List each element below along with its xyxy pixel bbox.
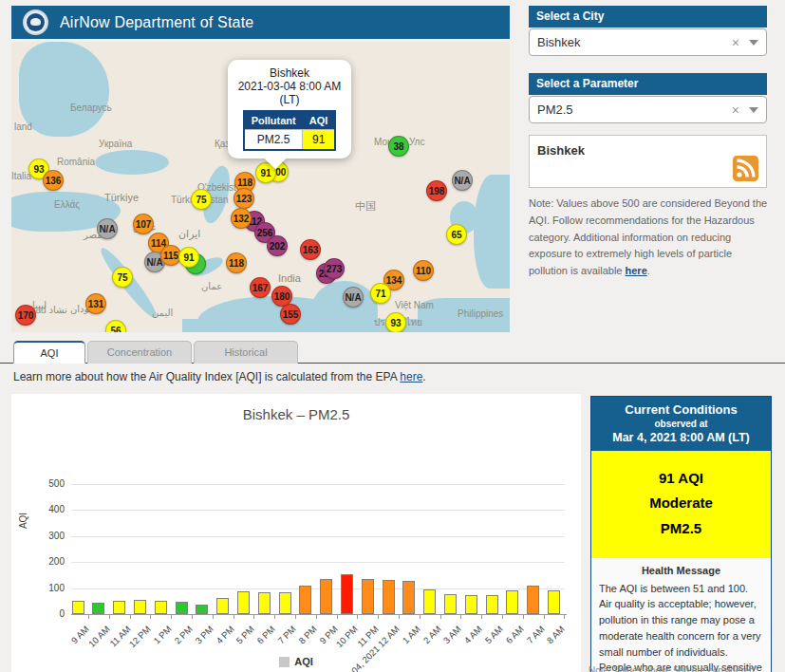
learn-more-body: Learn more about how the Air Quality Ind… bbox=[13, 370, 400, 383]
map-place-label: India bbox=[278, 272, 301, 284]
feed-box: Bishkek bbox=[529, 135, 767, 188]
x-tick bbox=[295, 615, 296, 619]
cc-aqi-box: 91 AQI Moderate PM2.5 bbox=[591, 451, 771, 558]
y-tick-label: 100 bbox=[17, 583, 65, 593]
x-tick bbox=[213, 615, 214, 619]
aqi-map[interactable]: landБеларусьУкраїнаҚазаRomâniaItaliaTürk… bbox=[11, 42, 510, 332]
y-tick-label: 300 bbox=[17, 531, 65, 541]
x-tick bbox=[378, 615, 379, 619]
parameter-select-value: PM2.5 bbox=[537, 103, 732, 117]
note-period: . bbox=[647, 265, 650, 276]
state-department-seal-icon bbox=[23, 9, 48, 35]
water-east-china-sea bbox=[474, 175, 510, 289]
chevron-down-icon[interactable] bbox=[749, 40, 758, 46]
y-tick-label: 400 bbox=[17, 504, 65, 514]
popup-city: Bishkek bbox=[234, 66, 346, 80]
note-here-link[interactable]: here bbox=[626, 265, 647, 276]
map-marker-aqi[interactable]: 202 bbox=[267, 235, 288, 256]
x-tick bbox=[109, 615, 110, 619]
clipped-note-text: Note: Values above 500 are considered Be… bbox=[589, 665, 778, 672]
map-popup: Bishkek 2021-03-04 8:00 AM (LT) Pollutan… bbox=[228, 60, 351, 159]
map-marker-aqi[interactable]: 123 bbox=[234, 188, 254, 209]
map-marker-aqi[interactable]: N/A bbox=[452, 170, 473, 191]
aqi-bar-4-pm bbox=[216, 598, 229, 614]
city-select[interactable]: Bishkek × bbox=[529, 28, 767, 56]
parameter-select[interactable]: PM2.5 × bbox=[529, 96, 767, 123]
clear-parameter-icon[interactable]: × bbox=[732, 103, 739, 118]
map-marker-aqi[interactable]: 75 bbox=[191, 189, 212, 210]
chevron-down-icon[interactable] bbox=[749, 107, 758, 113]
popup-col-pollutant: Pollutant bbox=[244, 111, 303, 130]
map-marker-aqi[interactable]: N/A bbox=[97, 218, 118, 239]
map-marker-aqi[interactable]: 155 bbox=[280, 304, 301, 325]
x-tick bbox=[399, 615, 400, 619]
x-tick bbox=[460, 615, 461, 619]
popup-aqi-value: 91 bbox=[303, 130, 336, 151]
learn-more-period: . bbox=[422, 370, 425, 383]
map-marker-aqi[interactable]: 56 bbox=[105, 320, 126, 332]
gridline bbox=[71, 510, 565, 511]
map-marker-aqi[interactable]: 132 bbox=[231, 208, 252, 229]
select-city-header: Select a City bbox=[529, 6, 767, 28]
x-tick bbox=[337, 615, 338, 619]
x-axis-line bbox=[71, 614, 567, 615]
map-marker-aqi[interactable]: 107 bbox=[133, 214, 154, 234]
legend-swatch bbox=[279, 657, 290, 667]
map-marker-aqi[interactable]: 65 bbox=[446, 224, 467, 245]
popup-datetime: 2021-03-04 8:00 AM bbox=[234, 80, 346, 93]
map-marker-aqi[interactable]: 118 bbox=[226, 252, 247, 273]
legend-label: AQI bbox=[294, 656, 313, 667]
cc-health-section: Health Message The AQI is between 51 and… bbox=[591, 558, 771, 672]
beyond-aqi-note: Note: Values above 500 are considered Be… bbox=[529, 196, 771, 280]
rss-icon[interactable] bbox=[733, 156, 758, 181]
map-marker-aqi[interactable]: 163 bbox=[300, 239, 321, 260]
popup-timezone: (LT) bbox=[234, 93, 346, 106]
map-marker-aqi[interactable]: 93 bbox=[385, 312, 406, 332]
cc-aqi-value: 91 AQI bbox=[595, 466, 767, 491]
tab-historical[interactable]: Historical bbox=[194, 341, 298, 364]
map-marker-aqi[interactable]: 273 bbox=[324, 258, 345, 279]
aqi-bar-10-pm bbox=[341, 574, 353, 614]
aqi-bar-7-am bbox=[527, 586, 539, 614]
epa-here-link[interactable]: here bbox=[400, 370, 422, 383]
cc-category: Moderate bbox=[595, 491, 767, 515]
tab-concentration[interactable]: Concentration bbox=[87, 341, 192, 364]
cc-subtitle: observed at bbox=[595, 419, 767, 429]
aqi-bar-10-am bbox=[92, 603, 104, 614]
clear-city-icon[interactable]: × bbox=[732, 35, 739, 50]
map-place-label: Беларусь bbox=[70, 103, 112, 113]
map-marker-aqi[interactable]: 71 bbox=[370, 283, 391, 304]
aqi-bar-chart: Bishkek – PM2.5 AQI 0100200300400500 9 A… bbox=[11, 394, 581, 672]
aqi-bar-2-am bbox=[423, 589, 436, 614]
aqi-bar-11-am bbox=[113, 601, 125, 614]
gridline bbox=[71, 484, 565, 485]
y-tick-label: 200 bbox=[17, 556, 65, 567]
page: AirNow Department of State landБеларусьУ… bbox=[0, 0, 785, 672]
map-marker-aqi[interactable]: N/A bbox=[343, 287, 364, 308]
map-marker-aqi[interactable]: 131 bbox=[85, 293, 106, 314]
gridline bbox=[71, 588, 565, 589]
map-marker-aqi[interactable]: 75 bbox=[112, 267, 133, 288]
x-tick bbox=[150, 615, 151, 619]
map-marker-aqi[interactable]: 198 bbox=[426, 180, 447, 201]
map-place-label: Ελλάς bbox=[54, 199, 80, 210]
map-marker-aqi[interactable]: 167 bbox=[250, 277, 271, 298]
x-tick bbox=[171, 615, 172, 619]
map-place-label: اليمن bbox=[152, 308, 173, 318]
map-marker-aqi[interactable]: 136 bbox=[43, 170, 64, 191]
map-place-label: land bbox=[14, 121, 32, 132]
water-baltic bbox=[19, 42, 109, 137]
map-marker-aqi[interactable]: 170 bbox=[15, 305, 36, 326]
map-marker-aqi[interactable]: 91 bbox=[178, 247, 199, 268]
map-place-label: România bbox=[57, 157, 95, 167]
aqi-bar-6-am bbox=[506, 590, 518, 614]
map-marker-aqi[interactable]: 110 bbox=[413, 260, 434, 281]
health-message-title: Health Message bbox=[599, 565, 763, 576]
y-tick-label: 500 bbox=[17, 478, 65, 489]
map-marker-aqi[interactable]: 38 bbox=[388, 136, 409, 157]
map-place-label: Việt Nam bbox=[395, 300, 434, 310]
aqi-bar-8-pm bbox=[299, 586, 311, 614]
x-tick bbox=[192, 615, 193, 619]
popup-pollutant-value: PM2.5 bbox=[244, 130, 303, 151]
tab-aqi[interactable]: AQI bbox=[13, 341, 85, 364]
